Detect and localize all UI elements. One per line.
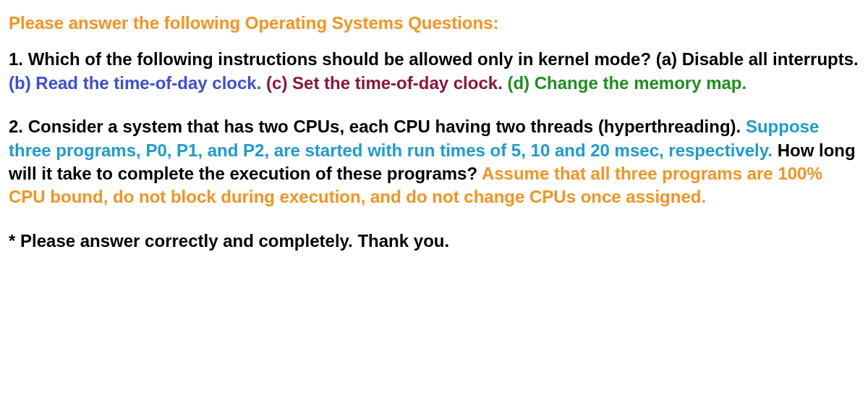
q1-option-d: (d) Change the memory map. [507, 73, 746, 93]
question-2: 2. Consider a system that has two CPUs, … [9, 115, 859, 209]
document-title: Please answer the following Operating Sy… [9, 12, 859, 35]
footer-note: * Please answer correctly and completely… [9, 230, 859, 253]
q1-option-b: (b) Read the time-of-day clock. [9, 73, 266, 93]
q2-part1: 2. Consider a system that has two CPUs, … [9, 117, 746, 136]
q1-stem: 1. Which of the following instructions s… [9, 49, 859, 69]
question-1: 1. Which of the following instructions s… [9, 48, 859, 95]
q1-option-c: (c) Set the time-of-day clock. [266, 73, 507, 93]
